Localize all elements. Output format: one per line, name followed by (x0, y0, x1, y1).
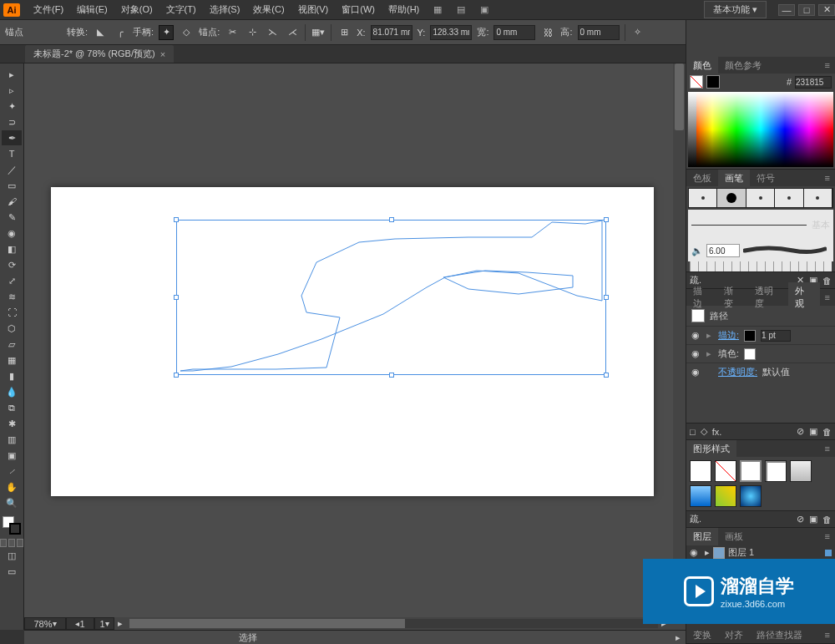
menu-help[interactable]: 帮助(H) (382, 3, 426, 16)
tab-graphic-styles[interactable]: 图形样式 (686, 440, 736, 458)
color-spectrum[interactable] (688, 92, 833, 167)
workspace-switcher[interactable]: 基本功能 ▾ (704, 1, 767, 18)
sel-handle-n[interactable] (389, 217, 394, 222)
document-tab[interactable]: 未标题-2* @ 78% (RGB/预览) × (25, 45, 174, 63)
opacity-label[interactable]: 不透明度: (718, 366, 757, 378)
align-icon[interactable]: ▦▾ (311, 25, 326, 40)
pencil-tool[interactable]: ✎ (2, 210, 22, 225)
rotate-tool[interactable]: ⟳ (2, 257, 22, 272)
x-input[interactable] (371, 25, 412, 40)
eraser-tool[interactable]: ◧ (2, 241, 22, 256)
style-thumb[interactable] (715, 460, 736, 482)
ref-point-icon[interactable]: ⊞ (337, 25, 352, 40)
screen-mode-icon[interactable]: ▭ (2, 564, 22, 579)
pen-tool[interactable]: ✒ (2, 130, 22, 145)
new-fill-icon[interactable]: □ (690, 427, 696, 437)
h-input[interactable] (578, 25, 620, 40)
type-tool[interactable]: T (2, 146, 22, 161)
sel-handle-w[interactable] (174, 295, 179, 300)
layout-icon[interactable]: ▦ (429, 3, 446, 17)
draw-mode-icon[interactable]: ◫ (2, 548, 22, 563)
brush-ruler[interactable] (690, 261, 832, 271)
stroke-color-swatch[interactable] (744, 330, 756, 342)
brush-size-input[interactable] (706, 244, 740, 257)
color-mode-buttons[interactable] (0, 539, 24, 547)
tab-pathfinder[interactable]: 路径查找器 (750, 626, 809, 644)
convert-corner-icon[interactable]: ◣ (93, 25, 108, 40)
menu-view[interactable]: 视图(V) (291, 3, 336, 16)
tab-transform[interactable]: 变换 (686, 626, 718, 644)
hex-input[interactable] (795, 76, 832, 89)
visibility-icon[interactable]: ◉ (691, 330, 701, 341)
gradient-tool[interactable]: ▮ (2, 368, 22, 383)
style-thumb[interactable] (765, 460, 787, 482)
shape-builder-tool[interactable]: ⬡ (2, 321, 22, 336)
eyedropper-tool[interactable]: 💧 (2, 384, 22, 399)
tab-gradient[interactable]: 渐变 (717, 282, 748, 312)
tab-layers[interactable]: 图层 (686, 528, 718, 545)
expand-icon[interactable]: ▸ (705, 547, 710, 558)
layer-name[interactable]: 图层 1 (728, 546, 754, 559)
panel-menu-icon[interactable]: ≡ (820, 444, 835, 454)
artboard-nav[interactable]: ◂ 1 (66, 617, 94, 630)
style-thumb[interactable] (690, 460, 711, 482)
menu-object[interactable]: 对象(O) (114, 3, 159, 16)
style-thumb[interactable] (790, 460, 812, 482)
clear-icon[interactable]: ⊘ (797, 426, 804, 437)
duplicate-icon[interactable]: ▣ (809, 426, 817, 437)
layer-target-icon[interactable] (825, 550, 832, 556)
new-style-icon[interactable]: ▣ (809, 514, 817, 525)
visibility-icon[interactable]: ◉ (691, 367, 701, 378)
style-thumb[interactable] (740, 460, 762, 482)
tab-brushes[interactable]: 画笔 (718, 170, 750, 187)
panel-menu-icon[interactable]: ≡ (820, 292, 835, 302)
doc-icon[interactable]: ▤ (453, 3, 469, 17)
sel-handle-ne[interactable] (604, 217, 609, 222)
stroke-weight-input[interactable] (761, 330, 791, 342)
menu-type[interactable]: 文字(T) (159, 3, 203, 16)
fx-icon[interactable]: fx. (712, 427, 722, 437)
break-link-icon[interactable]: ⊘ (797, 514, 804, 525)
artboard[interactable] (51, 187, 654, 496)
tab-artboards[interactable]: 画板 (718, 528, 750, 545)
menu-window[interactable]: 窗口(W) (335, 3, 382, 16)
h-scroll-thumb[interactable] (129, 619, 405, 628)
artboard-next-icon[interactable]: ▸ (114, 618, 126, 629)
artboard-page[interactable]: 1▾ (94, 617, 114, 630)
visibility-icon[interactable]: ◉ (690, 547, 701, 558)
minimize-button[interactable]: — (778, 4, 795, 16)
handle-show-icon[interactable]: ✦ (159, 25, 174, 40)
status-arrow-icon[interactable]: ▸ (676, 632, 681, 643)
slice-tool[interactable]: ⟋ (2, 464, 22, 479)
tab-transparency[interactable]: 透明度 (748, 282, 788, 312)
tab-color[interactable]: 颜色 (686, 57, 718, 74)
menu-select[interactable]: 选择(S) (203, 3, 247, 16)
tab-color-guide[interactable]: 颜色参考 (718, 57, 768, 74)
style-thumb[interactable] (715, 485, 736, 507)
link-wh-icon[interactable]: ⛓ (540, 25, 555, 40)
sel-handle-nw[interactable] (174, 217, 179, 222)
scale-tool[interactable]: ⤢ (2, 273, 22, 288)
menu-effect[interactable]: 效果(C) (246, 3, 291, 16)
sel-handle-e[interactable] (604, 295, 609, 300)
stroke-swatch[interactable] (706, 75, 720, 89)
zoom-tool[interactable]: 🔍 (2, 495, 22, 510)
expand-icon[interactable]: ▸ (706, 330, 713, 341)
blob-brush-tool[interactable]: ◉ (2, 226, 22, 241)
brush-tips[interactable] (688, 188, 833, 208)
y-input[interactable] (430, 25, 472, 40)
direct-selection-tool[interactable]: ▹ (2, 83, 22, 98)
close-icon[interactable]: × (160, 49, 165, 59)
style-thumb[interactable] (690, 485, 711, 507)
horizontal-scrollbar[interactable]: 78% ▾ ◂ 1 1▾ ▸ ▸ (24, 617, 673, 630)
trash-icon[interactable]: 🗑 (822, 515, 832, 525)
perspective-tool[interactable]: ▱ (2, 337, 22, 352)
anchor-cut-icon[interactable]: ⋌ (285, 25, 300, 40)
isolate-icon[interactable]: ✧ (630, 25, 645, 40)
width-tool[interactable]: ≋ (2, 289, 22, 304)
sel-handle-s[interactable] (389, 373, 394, 378)
stroke-label[interactable]: 描边: (718, 329, 739, 342)
mesh-tool[interactable]: ▦ (2, 352, 22, 368)
anchor-add-icon[interactable]: ⊹ (245, 25, 260, 40)
selection-bounds[interactable] (176, 220, 606, 375)
